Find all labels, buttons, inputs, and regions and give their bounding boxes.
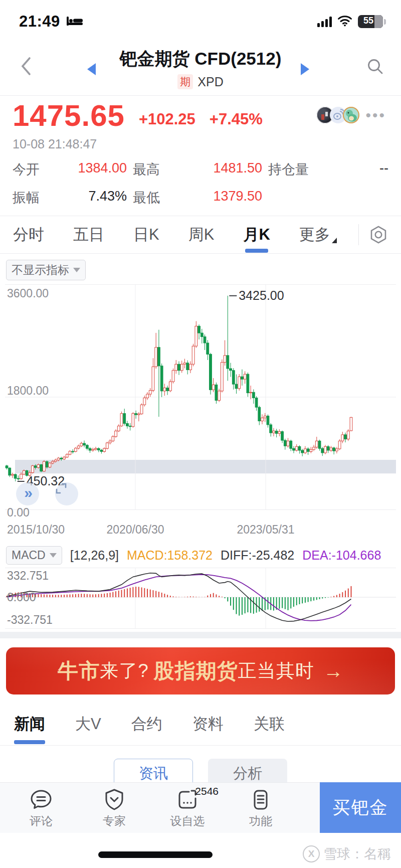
macd-selector[interactable]: MACD xyxy=(6,546,62,565)
stat-high: 最高1481.50 xyxy=(133,160,262,179)
xueqiu-logo-icon: X xyxy=(303,845,320,862)
nav-features[interactable]: 功能 xyxy=(229,787,293,829)
macd-params: [12,26,9] xyxy=(70,548,119,563)
battery-icon: 55 xyxy=(358,15,383,28)
x-axis: 0.00 2015/10/30 2020/06/30 2023/05/31 xyxy=(5,510,396,542)
instrument-type-badge: 期 xyxy=(177,74,193,89)
expert-badge-icon xyxy=(102,787,127,812)
tab-bigv[interactable]: 大V xyxy=(75,710,101,749)
banner-arrow-icon: → xyxy=(323,660,343,682)
macd-chart[interactable]: 332.751 0.000 -332.751 xyxy=(5,568,396,629)
prev-instrument-button[interactable] xyxy=(87,63,96,75)
page-title: 钯金期货 CFD(2512) xyxy=(0,40,401,71)
x-label-3: 2023/05/31 xyxy=(237,523,294,537)
more-actions-icon[interactable]: ••• xyxy=(365,110,386,120)
macd-header: MACD [12,26,9] MACD:158.372 DIFF:-25.482… xyxy=(0,542,401,568)
stat-low: 最低1379.50 xyxy=(133,189,262,207)
home-indicator[interactable] xyxy=(98,851,213,858)
fullscreen-button[interactable] xyxy=(55,482,78,505)
battery-level: 55 xyxy=(358,16,379,26)
tab-5day[interactable]: 五日 xyxy=(73,216,104,253)
bedtime-icon xyxy=(66,15,83,29)
stat-empty xyxy=(268,189,388,207)
quote-timestamp: 10-08 21:48:47 xyxy=(0,132,401,151)
diff-value: DIFF:-25.482 xyxy=(221,548,294,563)
y-axis-mid: 1800.00 xyxy=(7,384,49,398)
macd-value: MACD:158.372 xyxy=(127,548,213,563)
tab-weekly-k[interactable]: 周K xyxy=(188,216,215,253)
quote-block: 1475.65 +102.25 +7.45% ••• xyxy=(0,96,401,132)
dropdown-caret-icon xyxy=(50,553,57,558)
tab-monthly-k[interactable]: 月K xyxy=(243,216,270,253)
next-instrument-button[interactable] xyxy=(301,63,309,75)
candlestick-chart[interactable]: 3600.00 1800.00 3425.00 450.32 » xyxy=(5,284,396,510)
indicator-selector[interactable]: 不显示指标 xyxy=(6,260,86,280)
stat-open-interest: 持仓量-- xyxy=(268,160,388,179)
chart-settings-icon[interactable] xyxy=(369,225,388,244)
watermark: X 雪球：名稱 xyxy=(303,845,391,863)
x-label-1: 2015/10/30 xyxy=(7,523,65,537)
tab-contracts[interactable]: 合约 xyxy=(131,710,162,749)
instrument-symbol: XPD xyxy=(197,75,223,89)
dropdown-caret-icon xyxy=(73,268,80,272)
stat-open: 今开1384.00 xyxy=(13,160,127,179)
x-label-2: 2020/06/30 xyxy=(106,523,164,537)
tab-news[interactable]: 新闻 xyxy=(14,710,45,749)
nav-comments[interactable]: 评论 xyxy=(9,787,73,829)
watchlist-count-badge: 2546 xyxy=(195,785,219,797)
status-time: 21:49 xyxy=(19,13,60,31)
dea-value: DEA:-104.668 xyxy=(302,548,381,563)
more-caret-icon xyxy=(332,238,337,243)
tab-related[interactable]: 关联 xyxy=(254,710,285,749)
wifi-icon xyxy=(337,15,352,29)
tab-info[interactable]: 资料 xyxy=(192,710,224,749)
price-change-pct: +7.45% xyxy=(210,110,263,128)
avatar[interactable] xyxy=(343,107,359,123)
macd-scale-top: 332.751 xyxy=(7,569,49,583)
content-tab-bar: 新闻 大V 合约 资料 关联 xyxy=(0,705,401,746)
comment-icon xyxy=(29,787,54,812)
footer: X 雪球：名稱 xyxy=(0,833,401,868)
fast-forward-button[interactable]: » xyxy=(16,482,39,505)
header: 钯金期货 CFD(2512) 期 XPD xyxy=(0,40,401,96)
period-tab-bar: 分时 五日 日K 周K 月K 更多 xyxy=(0,216,401,254)
tab-minute[interactable]: 分时 xyxy=(13,216,44,253)
last-price: 1475.65 xyxy=(13,100,125,132)
tab-more[interactable]: 更多 xyxy=(299,216,337,253)
nav-experts[interactable]: 专家 xyxy=(82,787,146,829)
y-axis-max: 3600.00 xyxy=(7,287,49,300)
cellular-signal-icon xyxy=(317,16,332,27)
bottom-nav-bar: 评论 专家 设自选 2546 功能 买钯金 xyxy=(0,782,401,833)
status-bar: 21:49 55 xyxy=(0,0,401,40)
section-divider xyxy=(0,632,401,638)
features-icon xyxy=(248,787,273,812)
high-annotation: 3425.00 xyxy=(239,288,284,303)
y-axis-min: 0.00 xyxy=(7,506,30,519)
back-button[interactable] xyxy=(20,56,32,78)
macd-svg xyxy=(5,568,396,628)
stat-amplitude: 振幅7.43% xyxy=(13,189,127,207)
nav-watchlist[interactable]: 设自选 2546 xyxy=(155,787,220,829)
tab-daily-k[interactable]: 日K xyxy=(133,216,159,253)
macd-scale-zero: 0.000 xyxy=(7,591,36,604)
divider xyxy=(358,224,359,245)
promo-banner[interactable]: 牛市 来了? 股指期货 正当其时 → xyxy=(6,647,395,695)
price-change: +102.25 xyxy=(139,110,195,128)
search-icon[interactable] xyxy=(366,57,384,77)
macd-scale-bottom: -332.751 xyxy=(7,613,53,627)
quote-stats: 今开1384.00 最高1481.50 持仓量-- 振幅7.43% 最低1379… xyxy=(0,151,401,207)
app-screen: 21:49 55 钯金期货 CFD(2512) 期 XPD xyxy=(0,0,401,868)
buy-button[interactable]: 买钯金 xyxy=(320,782,401,833)
